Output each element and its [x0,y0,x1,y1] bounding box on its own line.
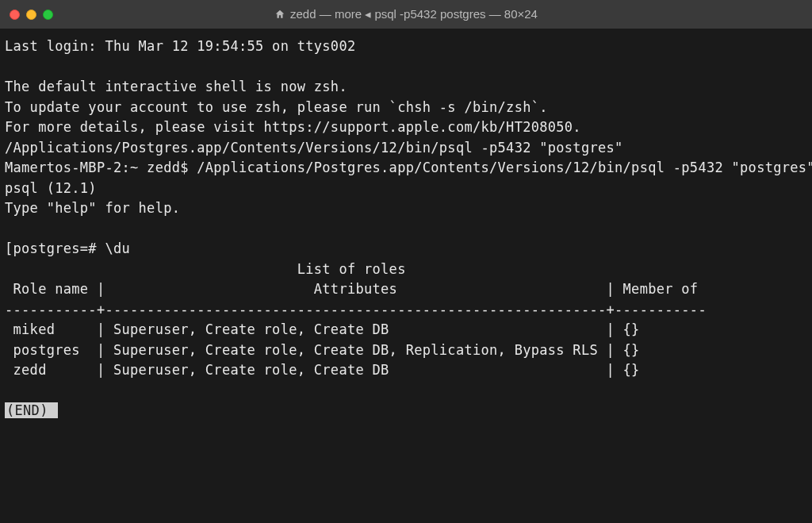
close-button[interactable] [10,10,20,20]
line-header: Role name | Attributes | Member of [5,281,698,297]
line-prompt: Mamertos-MBP-2:~ zedd$ /Applications/Pos… [5,160,812,175]
table-row: zedd | Superuser, Create role, Create DB… [5,362,640,378]
window-title-wrap: zedd — more ◂ psql -p5432 postgres — 80×… [0,7,812,21]
line-last-login: Last login: Thu Mar 12 19:54:55 on ttys0… [5,38,355,54]
window-title-text: zedd — more ◂ psql -p5432 postgres — 80×… [290,7,538,21]
line-divider: -----------+----------------------------… [5,302,707,317]
terminal-output[interactable]: Last login: Thu Mar 12 19:54:55 on ttys0… [0,29,812,429]
zoom-button[interactable] [43,10,53,20]
home-icon [274,9,285,20]
line-zsh-3: For more details, please visit https://s… [5,119,581,135]
line-psql-ver: psql (12.1) [5,180,97,196]
line-list-title: List of roles [5,261,406,277]
line-pg-prompt: [postgres=# \du [5,240,130,256]
traffic-lights [10,10,53,20]
table-row: miked | Superuser, Create role, Create D… [5,321,640,337]
line-cmd-echo: /Applications/Postgres.app/Contents/Vers… [5,140,623,156]
pager-end-marker: (END) [5,402,50,418]
window-titlebar: zedd — more ◂ psql -p5432 postgres — 80×… [0,0,812,29]
minimize-button[interactable] [26,10,36,20]
line-help: Type "help" for help. [5,200,180,216]
line-zsh-1: The default interactive shell is now zsh… [5,79,347,94]
cursor [50,402,58,418]
table-row: postgres | Superuser, Create role, Creat… [5,342,640,358]
line-zsh-2: To update your account to use zsh, pleas… [5,99,548,115]
